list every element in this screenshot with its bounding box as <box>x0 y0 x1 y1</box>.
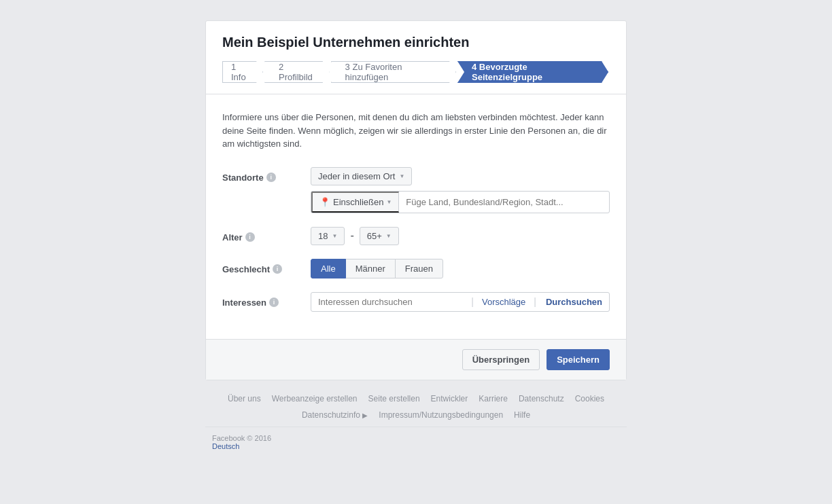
location-dropdown-arrow-icon: ▼ <box>386 199 392 205</box>
save-button[interactable]: Speichern <box>547 349 610 370</box>
alter-row: Alter i 18 ▼ - 65+ ▼ <box>222 227 610 245</box>
standorte-info-icon[interactable]: i <box>266 173 276 182</box>
geschlecht-controls: Alle Männer Frauen <box>311 259 610 278</box>
gender-group: Alle Männer Frauen <box>311 259 610 278</box>
step-1[interactable]: 1 Info <box>222 61 263 83</box>
step-3[interactable]: 3 Zu Favoriten hinzufügen <box>331 61 456 83</box>
interessen-controls: | Vorschläge | Durchsuchen <box>311 292 610 312</box>
pin-icon: 📍 <box>319 197 330 207</box>
gender-all-button[interactable]: Alle <box>311 259 346 278</box>
interests-input[interactable] <box>311 293 468 311</box>
gender-maenner-button[interactable]: Männer <box>345 259 396 278</box>
geschlecht-label: Geschlecht i <box>222 259 311 274</box>
step-2[interactable]: 2 Profilbild <box>264 61 330 83</box>
footer-link-careers[interactable]: Karriere <box>479 394 508 403</box>
footer-link-privacy[interactable]: Datenschutz <box>519 394 564 403</box>
interests-divider-2: | <box>531 296 539 307</box>
description-text: Informiere uns über die Personen, mit de… <box>222 111 610 151</box>
age-group: 18 ▼ - 65+ ▼ <box>311 227 610 245</box>
location-type-dropdown[interactable]: 📍 Einschließen ▼ <box>311 192 399 213</box>
footer-link-privacy-info[interactable]: Datenschutzinfo ▶ <box>302 410 368 420</box>
interests-suggestions-link[interactable]: Vorschläge <box>476 293 531 311</box>
standorte-label: Standorte i <box>222 167 311 183</box>
interests-browse-button[interactable]: Durchsuchen <box>539 293 609 311</box>
location-input[interactable] <box>399 193 609 211</box>
footer-link-cookies[interactable]: Cookies <box>575 394 604 403</box>
step-4[interactable]: 4 Bevorzugte Seitenzielgruppe <box>457 61 608 83</box>
footer-link-developers[interactable]: Entwickler <box>431 394 468 403</box>
age-max-arrow-icon: ▼ <box>386 233 392 239</box>
age-min-dropdown[interactable]: 18 ▼ <box>311 227 345 245</box>
age-min-arrow-icon: ▼ <box>332 233 337 239</box>
footer-link-create-page[interactable]: Seite erstellen <box>368 394 420 403</box>
alter-info-icon[interactable]: i <box>245 232 255 242</box>
age-separator: - <box>350 230 353 242</box>
standorte-dropdown[interactable]: Jeder in diesem Ort ▼ <box>311 167 412 185</box>
dropdown-arrow-icon: ▼ <box>399 173 404 179</box>
external-link-icon: ▶ <box>362 412 368 419</box>
standorte-row: Standorte i Jeder in diesem Ort ▼ 📍 Eins… <box>222 167 610 213</box>
gender-frauen-button[interactable]: Frauen <box>395 259 443 278</box>
geschlecht-row: Geschlecht i Alle Männer Frauen <box>222 259 610 278</box>
interests-container: | Vorschläge | Durchsuchen <box>311 292 610 312</box>
footer-language[interactable]: Deutsch <box>205 442 627 450</box>
alter-label: Alter i <box>222 227 311 242</box>
footer-link-help[interactable]: Hilfe <box>514 410 530 420</box>
footer-link-about[interactable]: Über uns <box>228 394 261 403</box>
page-footer: Über uns Werbeanzeige erstellen Seite er… <box>205 380 627 457</box>
location-row: 📍 Einschließen ▼ <box>311 191 610 213</box>
age-max-dropdown[interactable]: 65+ ▼ <box>360 227 399 245</box>
skip-button[interactable]: Überspringen <box>462 349 540 370</box>
card-footer: Überspringen Speichern <box>206 339 626 380</box>
footer-link-terms[interactable]: Impressum/Nutzungsbedingungen <box>379 410 503 420</box>
interessen-info-icon[interactable]: i <box>269 298 279 307</box>
footer-copyright: Facebook © 2016 <box>205 434 627 442</box>
alter-controls: 18 ▼ - 65+ ▼ <box>311 227 610 245</box>
page-title: Mein Beispiel Unternehmen einrichten <box>222 35 610 50</box>
stepper: 1 Info 2 Profilbild 3 Zu Favoriten hinzu… <box>222 61 610 83</box>
interessen-label: Interessen i <box>222 292 311 308</box>
footer-link-ads[interactable]: Werbeanzeige erstellen <box>272 394 358 403</box>
interessen-row: Interessen i | Vorschläge | Durchsuchen <box>222 292 610 312</box>
standorte-controls: Jeder in diesem Ort ▼ 📍 Einschließen ▼ <box>311 167 610 213</box>
footer-links: Über uns Werbeanzeige erstellen Seite er… <box>205 394 627 427</box>
interests-divider: | <box>468 296 476 307</box>
geschlecht-info-icon[interactable]: i <box>273 264 282 274</box>
